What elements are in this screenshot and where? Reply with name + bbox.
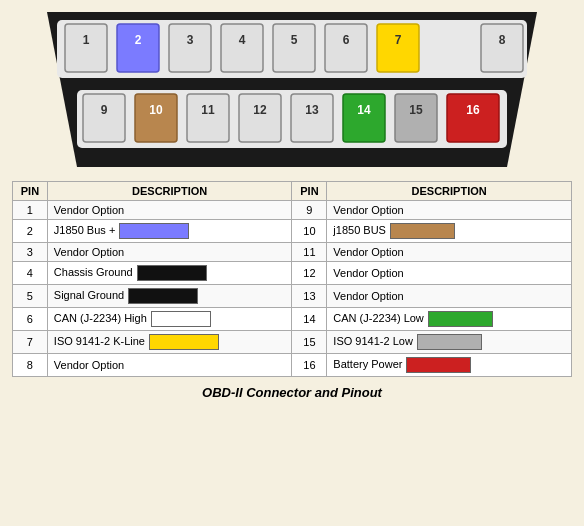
- connector-body-wrapper: 1 2 3 4 5 6 7 8 9: [47, 12, 537, 167]
- header-desc1: DESCRIPTION: [47, 182, 292, 201]
- svg-text:5: 5: [291, 33, 298, 47]
- svg-text:16: 16: [466, 103, 480, 117]
- pin-desc-left: Vendor Option: [47, 354, 292, 377]
- pin-num-left: 3: [13, 243, 48, 262]
- svg-rect-8: [377, 152, 402, 167]
- connector-diagram: 1 2 3 4 5 6 7 8 9: [0, 0, 584, 175]
- pin-desc-left: J1850 Bus +: [47, 220, 292, 243]
- svg-rect-30: [187, 94, 229, 142]
- svg-rect-32: [239, 94, 281, 142]
- svg-rect-16: [221, 24, 263, 72]
- pin-desc-right: Vendor Option: [327, 201, 572, 220]
- svg-rect-18: [273, 24, 315, 72]
- pin-num-left: 2: [13, 220, 48, 243]
- connector-svg: 1 2 3 4 5 6 7 8 9: [47, 12, 537, 167]
- pin-num-left: 4: [13, 262, 48, 285]
- svg-rect-5: [212, 152, 237, 167]
- svg-rect-26: [83, 94, 125, 142]
- header-pin1: PIN: [13, 182, 48, 201]
- svg-text:11: 11: [201, 103, 215, 117]
- pin-num-right: 10: [292, 220, 327, 243]
- svg-rect-10: [65, 24, 107, 72]
- pinout-table: PIN DESCRIPTION PIN DESCRIPTION 1Vendor …: [12, 181, 572, 377]
- pin-num-left: 8: [13, 354, 48, 377]
- pin-desc-left: Signal Ground: [47, 285, 292, 308]
- color-swatch: [151, 311, 211, 327]
- svg-text:7: 7: [395, 33, 402, 47]
- table-row: 6CAN (J-2234) High14CAN (J-2234) Low: [13, 308, 572, 331]
- pin-num-left: 1: [13, 201, 48, 220]
- svg-text:3: 3: [187, 33, 194, 47]
- pin-desc-left: Vendor Option: [47, 201, 292, 220]
- pin-desc-left: Vendor Option: [47, 243, 292, 262]
- svg-rect-34: [291, 94, 333, 142]
- header-pin2: PIN: [292, 182, 327, 201]
- pin-num-left: 5: [13, 285, 48, 308]
- color-swatch: [417, 334, 482, 350]
- pin-desc-right: ISO 9141-2 Low: [327, 331, 572, 354]
- svg-rect-20: [325, 24, 367, 72]
- pin-desc-right: Vendor Option: [327, 243, 572, 262]
- svg-rect-6: [267, 152, 292, 167]
- pin-num-right: 11: [292, 243, 327, 262]
- svg-rect-36: [343, 94, 385, 142]
- pin-desc-right: Battery Power: [327, 354, 572, 377]
- svg-rect-3: [102, 152, 127, 167]
- pin-num-right: 12: [292, 262, 327, 285]
- svg-text:14: 14: [357, 103, 371, 117]
- header-desc2: DESCRIPTION: [327, 182, 572, 201]
- caption: OBD-II Connector and Pinout: [202, 385, 382, 400]
- color-swatch: [119, 223, 189, 239]
- svg-rect-40: [447, 94, 499, 142]
- svg-rect-7: [322, 152, 347, 167]
- svg-text:6: 6: [343, 33, 350, 47]
- color-swatch: [406, 357, 471, 373]
- table-row: 7ISO 9141-2 K-Line15ISO 9141-2 Low: [13, 331, 572, 354]
- table-row: 3Vendor Option11Vendor Option: [13, 243, 572, 262]
- svg-rect-4: [157, 152, 182, 167]
- pin-num-right: 16: [292, 354, 327, 377]
- svg-rect-12: [117, 24, 159, 72]
- svg-rect-14: [169, 24, 211, 72]
- pin-num-right: 15: [292, 331, 327, 354]
- color-swatch: [390, 223, 455, 239]
- color-swatch: [149, 334, 219, 350]
- pin-num-right: 13: [292, 285, 327, 308]
- svg-text:1: 1: [83, 33, 90, 47]
- svg-text:4: 4: [239, 33, 246, 47]
- svg-rect-22: [377, 24, 419, 72]
- pin-desc-left: CAN (J-2234) High: [47, 308, 292, 331]
- table-row: 2J1850 Bus +10j1850 BUS: [13, 220, 572, 243]
- pin-desc-right: Vendor Option: [327, 285, 572, 308]
- pin-desc-left: ISO 9141-2 K-Line: [47, 331, 292, 354]
- color-swatch: [128, 288, 198, 304]
- svg-rect-38: [395, 94, 437, 142]
- svg-text:9: 9: [101, 103, 108, 117]
- pin-desc-right: j1850 BUS: [327, 220, 572, 243]
- pin-num-left: 7: [13, 331, 48, 354]
- svg-rect-24: [481, 24, 523, 72]
- svg-text:13: 13: [305, 103, 319, 117]
- table-row: 8Vendor Option16Battery Power: [13, 354, 572, 377]
- pin-desc-left: Chassis Ground: [47, 262, 292, 285]
- table-row: 1Vendor Option9Vendor Option: [13, 201, 572, 220]
- svg-text:8: 8: [499, 33, 506, 47]
- svg-text:2: 2: [135, 33, 142, 47]
- svg-text:12: 12: [253, 103, 267, 117]
- color-swatch: [428, 311, 493, 327]
- svg-rect-9: [432, 152, 457, 167]
- pin-desc-right: Vendor Option: [327, 262, 572, 285]
- table-row: 5Signal Ground13Vendor Option: [13, 285, 572, 308]
- pin-num-right: 9: [292, 201, 327, 220]
- svg-text:15: 15: [409, 103, 423, 117]
- color-swatch: [137, 265, 207, 281]
- pin-num-right: 14: [292, 308, 327, 331]
- table-row: 4Chassis Ground12Vendor Option: [13, 262, 572, 285]
- pin-num-left: 6: [13, 308, 48, 331]
- svg-text:10: 10: [149, 103, 163, 117]
- pin-desc-right: CAN (J-2234) Low: [327, 308, 572, 331]
- svg-rect-28: [135, 94, 177, 142]
